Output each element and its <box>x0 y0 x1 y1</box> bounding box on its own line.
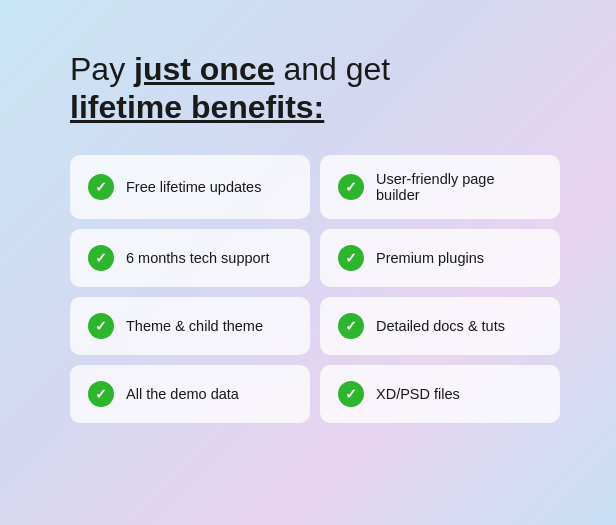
check-icon-4 <box>338 245 364 271</box>
benefit-card-2: User-friendly page builder <box>320 155 560 219</box>
check-icon-7 <box>88 381 114 407</box>
benefit-card-3: 6 months tech support <box>70 229 310 287</box>
check-icon-6 <box>338 313 364 339</box>
benefit-text-4: Premium plugins <box>376 250 484 266</box>
benefit-text-7: All the demo data <box>126 386 239 402</box>
header-emphasis: just once <box>134 51 274 87</box>
benefit-card-8: XD/PSD files <box>320 365 560 423</box>
check-icon-1 <box>88 174 114 200</box>
benefit-text-3: 6 months tech support <box>126 250 269 266</box>
benefit-text-1: Free lifetime updates <box>126 179 261 195</box>
check-icon-2 <box>338 174 364 200</box>
benefit-card-5: Theme & child theme <box>70 297 310 355</box>
page-header: Pay just once and get lifetime benefits: <box>70 50 390 127</box>
benefits-grid: Free lifetime updates User-friendly page… <box>70 155 560 423</box>
benefit-text-5: Theme & child theme <box>126 318 263 334</box>
benefit-card-4: Premium plugins <box>320 229 560 287</box>
benefit-card-7: All the demo data <box>70 365 310 423</box>
benefit-text-2: User-friendly page builder <box>376 171 542 203</box>
check-icon-8 <box>338 381 364 407</box>
check-icon-5 <box>88 313 114 339</box>
benefit-card-6: Detailed docs & tuts <box>320 297 560 355</box>
benefit-card-1: Free lifetime updates <box>70 155 310 219</box>
header-line1: Pay just once and get <box>70 50 390 88</box>
benefit-text-6: Detailed docs & tuts <box>376 318 505 334</box>
header-line2: lifetime benefits: <box>70 88 390 126</box>
check-icon-3 <box>88 245 114 271</box>
benefit-text-8: XD/PSD files <box>376 386 460 402</box>
